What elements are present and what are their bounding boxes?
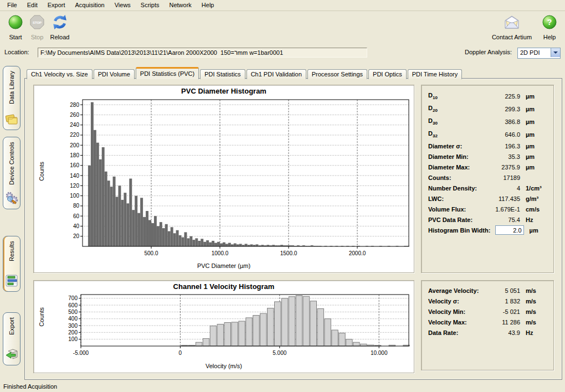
histogram-bin-width-input[interactable] bbox=[495, 225, 524, 235]
stat-unit: µm bbox=[520, 164, 548, 171]
svg-text:160: 160 bbox=[70, 162, 79, 168]
stat-unit: Hz bbox=[520, 216, 548, 223]
stop-button[interactable]: STOP Stop bbox=[27, 14, 48, 40]
chart-title: PVC Diameter Histogram bbox=[34, 87, 414, 95]
x-axis-label: PVC Diameter (µm) bbox=[34, 262, 414, 269]
stat-row: Counts:17189 bbox=[422, 172, 553, 183]
svg-text:80: 80 bbox=[73, 203, 80, 209]
start-label: Start bbox=[4, 34, 27, 40]
svg-text:20: 20 bbox=[73, 233, 80, 239]
tab-pdi-volume[interactable]: PDI Volume bbox=[94, 69, 135, 79]
location-input[interactable] bbox=[38, 48, 367, 58]
reload-label: Reload bbox=[48, 34, 72, 40]
menu-item-scripts[interactable]: Scripts bbox=[136, 0, 165, 11]
stat-label: Data Rate: bbox=[428, 329, 480, 336]
stat-value: 2375.9 bbox=[480, 164, 520, 171]
stat-label: Diameter Max: bbox=[428, 164, 480, 171]
tab-pdi-time-history[interactable]: PDI Time History bbox=[408, 69, 463, 79]
stat-unit: µm bbox=[520, 131, 548, 138]
stat-unit: cm/s bbox=[520, 206, 548, 213]
aims-application-window: FileEditExportAcquisitionViewsScriptsNet… bbox=[0, 0, 565, 392]
stat-unit: m/s bbox=[520, 298, 548, 305]
reload-icon bbox=[48, 14, 72, 32]
svg-text:280: 280 bbox=[70, 102, 79, 108]
stat-row: D10225.9µm bbox=[422, 90, 553, 102]
menu-item-network[interactable]: Network bbox=[164, 0, 196, 11]
svg-text:0: 0 bbox=[179, 350, 182, 356]
stat-value: 17189 bbox=[480, 174, 520, 181]
stat-label: Average Velocity: bbox=[428, 287, 480, 294]
toolbar: Start STOP Stop bbox=[0, 11, 565, 45]
stat-unit: µm bbox=[520, 153, 548, 160]
stat-unit: µm bbox=[524, 227, 548, 234]
tab-pdi-statistics-pvc[interactable]: PDI Statistics (PVC) bbox=[136, 67, 199, 79]
svg-text:1500.0: 1500.0 bbox=[280, 250, 297, 256]
stat-value: 35.3 bbox=[480, 153, 520, 160]
stat-unit: µm bbox=[520, 118, 548, 125]
menu-item-views[interactable]: Views bbox=[110, 0, 136, 11]
velocity-histogram-panel: Channel 1 Velocity Histogram Counts 1002… bbox=[33, 280, 414, 373]
stat-row: Data Rate:43.9Hz bbox=[422, 327, 553, 338]
contact-artium-label: Contact Artium bbox=[489, 34, 535, 40]
stat-label: Histogram Bin Width: bbox=[428, 227, 490, 234]
menu-item-export[interactable]: Export bbox=[43, 0, 70, 11]
svg-text:100: 100 bbox=[70, 193, 79, 199]
sidebar-item-data-library[interactable]: Data Library bbox=[3, 66, 20, 130]
stat-label: PVC Data Rate: bbox=[428, 216, 480, 223]
start-button[interactable]: Start bbox=[4, 14, 27, 40]
tab-processor-settings[interactable]: Processor Settings bbox=[307, 69, 367, 79]
sidebar-item-label: Data Library bbox=[8, 71, 15, 114]
tab-strip: Ch1 Velocity vs. SizePDI VolumePDI Stati… bbox=[27, 66, 562, 79]
x-axis-label: Velocity (m/s) bbox=[34, 363, 414, 369]
stat-row: D20299.3µm bbox=[422, 102, 553, 115]
stat-label: Volume Flux: bbox=[428, 206, 480, 213]
sidebar-item-export[interactable]: Export bbox=[3, 312, 20, 365]
tab-ch1-velocity-vs-size[interactable]: Ch1 Velocity vs. Size bbox=[27, 69, 93, 79]
diameter-stats-panel: D10225.9µmD20299.3µmD30386.8µmD32646.0µm… bbox=[421, 85, 554, 273]
stat-label: LWC: bbox=[428, 195, 480, 202]
stop-label: Stop bbox=[27, 34, 48, 40]
help-button[interactable]: ? Help bbox=[540, 14, 559, 40]
sidebar-item-label: Results bbox=[8, 241, 15, 275]
stat-row: Average Velocity:5 051m/s bbox=[422, 285, 553, 296]
location-row: Location: Doppler Analysis: 2D PDI bbox=[0, 46, 565, 60]
folders-icon bbox=[5, 114, 18, 126]
stat-unit: Hz bbox=[520, 329, 548, 336]
tab-pdi-statistics[interactable]: PDI Statistics bbox=[200, 69, 245, 79]
tab-pdi-optics[interactable]: PDI Optics bbox=[368, 69, 407, 79]
velocity-histogram-chart: 100200300400500600700-5.00005.00010.000 bbox=[34, 292, 415, 374]
svg-text:220: 220 bbox=[70, 132, 79, 138]
contact-artium-button[interactable]: Contact Artium bbox=[489, 14, 535, 40]
stat-row: Diameter σ:196.3µm bbox=[422, 141, 553, 151]
sidebar-item-device-controls[interactable]: Device Controls bbox=[3, 137, 20, 209]
svg-text:60: 60 bbox=[73, 213, 80, 219]
stat-value: 4 bbox=[480, 185, 520, 192]
stat-value: -5 021 bbox=[480, 308, 520, 315]
stat-value: 196.3 bbox=[480, 143, 520, 149]
location-label: Location: bbox=[4, 49, 29, 55]
help-label: Help bbox=[540, 34, 559, 40]
stat-row: Velocity Max:11 286m/s bbox=[422, 317, 553, 327]
svg-text:300: 300 bbox=[68, 323, 78, 329]
stat-value: 43.9 bbox=[480, 329, 520, 336]
stat-unit: µm bbox=[520, 106, 548, 112]
stat-label: Velocity Max: bbox=[428, 319, 480, 326]
stat-label: Counts: bbox=[428, 174, 480, 181]
stat-row: Volume Flux:1.679E-1cm/s bbox=[422, 204, 553, 214]
envelope-icon bbox=[489, 14, 535, 32]
reload-button[interactable]: Reload bbox=[48, 14, 72, 40]
stat-value: 5 051 bbox=[480, 287, 520, 294]
menu-item-edit[interactable]: Edit bbox=[22, 0, 43, 11]
chevron-down-icon[interactable] bbox=[551, 48, 560, 57]
tab-ch1-pdi-validation[interactable]: Ch1 PDI Validation bbox=[246, 69, 306, 79]
svg-text:400: 400 bbox=[68, 316, 78, 322]
svg-text:2000.0: 2000.0 bbox=[349, 250, 366, 256]
menu-item-acquisition[interactable]: Acquisition bbox=[70, 0, 110, 11]
stat-value: 1.679E-1 bbox=[480, 206, 520, 213]
menu-item-file[interactable]: File bbox=[2, 0, 22, 11]
doppler-analysis-dropdown[interactable]: 2D PDI bbox=[517, 48, 561, 59]
stat-value: 225.9 bbox=[480, 93, 520, 100]
svg-text:5.000: 5.000 bbox=[273, 350, 286, 356]
menu-item-help[interactable]: Help bbox=[197, 0, 219, 11]
sidebar-item-results[interactable]: Results bbox=[3, 236, 20, 292]
